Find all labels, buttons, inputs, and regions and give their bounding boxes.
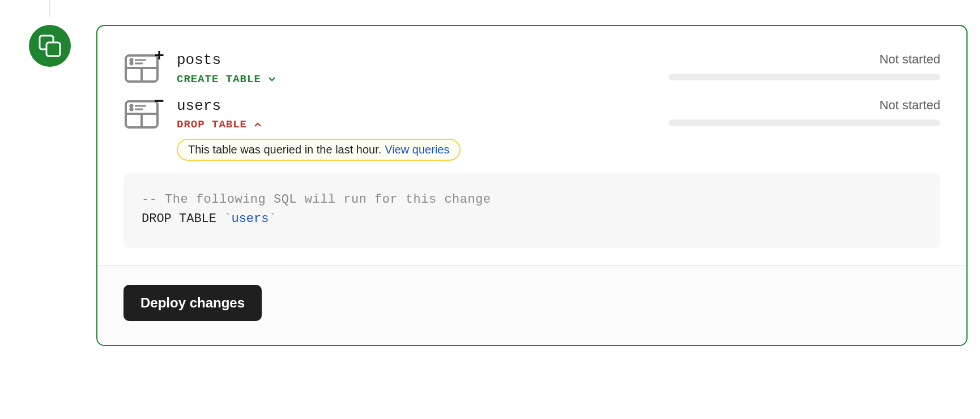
deploy-panel: + posts CREATE TABLE Not started [96, 25, 968, 346]
progress-bar [668, 74, 940, 80]
status-text: Not started [879, 52, 940, 67]
chevron-up-icon [253, 119, 263, 130]
chevron-down-icon [267, 74, 277, 84]
status-column: Not started [668, 52, 940, 80]
change-row-posts: + posts CREATE TABLE Not started [123, 52, 940, 85]
sql-identifier: users [231, 212, 269, 226]
sql-statement: DROP TABLE `users` [142, 210, 922, 229]
svg-point-5 [130, 59, 132, 61]
svg-point-6 [130, 62, 132, 64]
sql-comment: -- The following SQL will run for this c… [142, 190, 922, 210]
progress-bar [668, 119, 940, 126]
operation-toggle-users[interactable]: DROP TABLE [177, 118, 654, 131]
table-drop-icon: − [123, 98, 162, 131]
warning-text: This table was queried in the last hour. [188, 143, 381, 156]
sql-preview: -- The following SQL will run for this c… [123, 173, 940, 248]
table-name: users [177, 98, 654, 114]
plus-icon: + [153, 49, 165, 61]
sql-keyword: DROP TABLE [142, 212, 216, 226]
svg-point-12 [130, 105, 132, 106]
svg-rect-1 [46, 42, 60, 56]
minus-icon: − [153, 95, 165, 107]
table-create-icon: + [123, 52, 162, 85]
table-name: posts [177, 52, 654, 69]
svg-point-13 [130, 108, 132, 110]
status-text: Not started [879, 98, 940, 113]
operation-label: DROP TABLE [177, 118, 247, 131]
panel-body: + posts CREATE TABLE Not started [97, 26, 966, 265]
deploy-changes-button[interactable]: Deploy changes [123, 285, 262, 321]
timeline-node-icon [29, 25, 71, 67]
panel-footer: Deploy changes [97, 265, 966, 345]
timeline-rail [49, 0, 50, 17]
view-queries-link[interactable]: View queries [385, 143, 449, 156]
operation-label: CREATE TABLE [177, 73, 261, 85]
operation-toggle-posts[interactable]: CREATE TABLE [177, 73, 654, 85]
change-row-users: − users DROP TABLE Not started [123, 98, 940, 131]
warning-pill: This table was queried in the last hour.… [177, 139, 461, 161]
status-column: Not started [668, 98, 940, 126]
